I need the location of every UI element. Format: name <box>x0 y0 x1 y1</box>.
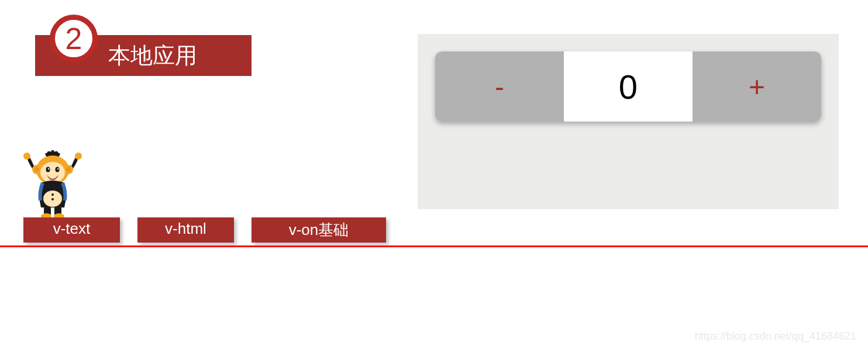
minus-icon: - <box>495 71 504 103</box>
divider-line <box>0 245 868 247</box>
svg-point-14 <box>51 198 54 200</box>
directive-tags-row: v-text v-html v-on基础 <box>23 217 386 243</box>
increment-button[interactable]: + <box>693 51 821 122</box>
tag-v-on[interactable]: v-on基础 <box>252 217 386 243</box>
section-number: 2 <box>66 23 82 54</box>
svg-point-6 <box>66 167 71 172</box>
section-number-badge: 2 <box>50 15 98 63</box>
decrement-button[interactable]: - <box>435 51 564 122</box>
section-title: 本地应用 <box>108 41 197 71</box>
counter-value-display: 0 <box>564 51 693 122</box>
svg-point-10 <box>48 168 49 169</box>
tag-v-html[interactable]: v-html <box>137 217 234 243</box>
svg-point-9 <box>56 167 60 172</box>
counter-value: 0 <box>619 67 638 106</box>
svg-point-8 <box>46 167 50 172</box>
svg-point-1 <box>75 153 82 160</box>
tag-label: v-text <box>53 220 91 237</box>
svg-point-13 <box>51 193 54 196</box>
plus-icon: + <box>749 71 765 103</box>
mascot-icon <box>20 149 85 219</box>
tag-v-text[interactable]: v-text <box>23 217 120 243</box>
tag-label: v-on基础 <box>289 221 349 238</box>
watermark-text: https://blog.csdn.net/qq_41684621 <box>695 330 856 342</box>
svg-point-5 <box>35 167 39 172</box>
tag-label: v-html <box>165 220 206 237</box>
svg-point-11 <box>57 168 58 169</box>
svg-point-0 <box>23 153 30 160</box>
counter-demo-panel: - 0 + <box>418 34 839 209</box>
counter-control: - 0 + <box>435 51 821 122</box>
